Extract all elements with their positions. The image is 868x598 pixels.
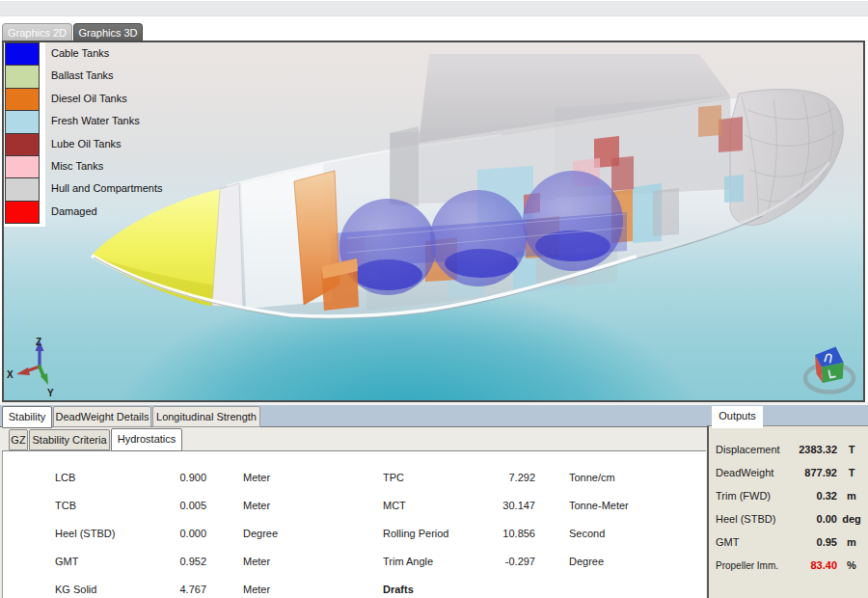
svg-text:X: X [7,369,14,380]
svg-text:Y: Y [47,388,54,398]
svg-text:Z: Z [36,337,41,347]
